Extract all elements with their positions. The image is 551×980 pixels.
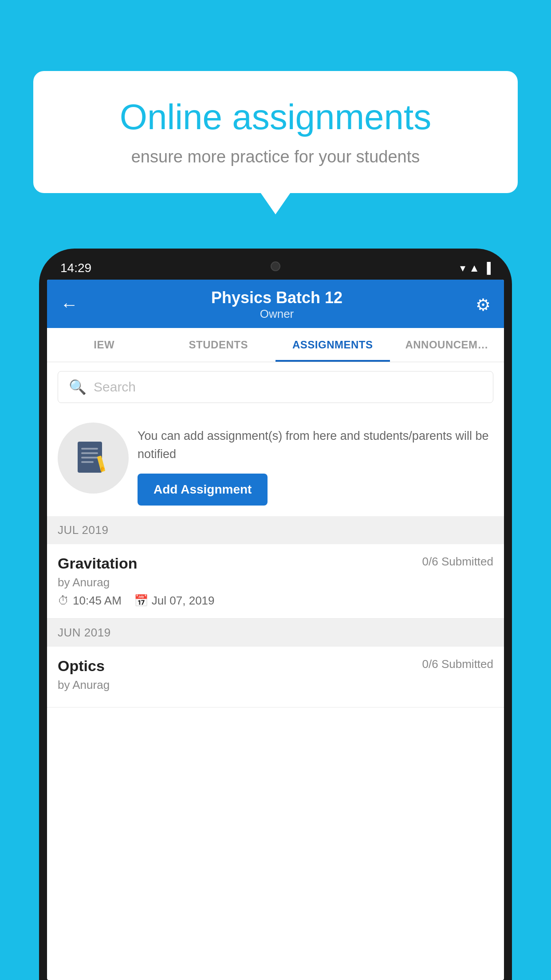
svg-rect-4 — [81, 461, 94, 463]
meta-time: ⏱ 10:45 AM — [58, 594, 122, 608]
app-header: ← Physics Batch 12 Owner ⚙ — [47, 280, 504, 328]
assignment-name-optics: Optics — [58, 657, 105, 675]
back-button[interactable]: ← — [60, 295, 78, 315]
section-header-jul: JUL 2019 — [47, 516, 504, 544]
tabs-container: IEW STUDENTS ASSIGNMENTS ANNOUNCEM… — [47, 328, 504, 362]
notebook-icon — [73, 438, 113, 478]
header-center: Physics Batch 12 Owner — [211, 288, 342, 321]
notebook-icon-wrapper — [58, 423, 129, 494]
clock-icon: ⏱ — [58, 594, 69, 608]
svg-rect-1 — [81, 448, 98, 450]
assignment-submitted: 0/6 Submitted — [422, 555, 493, 569]
search-placeholder: Search — [94, 379, 136, 395]
tab-announcements[interactable]: ANNOUNCEM… — [390, 328, 504, 362]
speech-bubble-subtitle: ensure more practice for your students — [64, 147, 487, 166]
status-time: 14:29 — [60, 261, 91, 275]
wifi-icon: ▾ — [460, 262, 465, 274]
assignment-meta: ⏱ 10:45 AM 📅 Jul 07, 2019 — [58, 594, 493, 608]
status-icons: ▾ ▲ ▐ — [460, 262, 491, 274]
phone-notch — [240, 257, 311, 276]
settings-icon[interactable]: ⚙ — [476, 295, 491, 315]
assignment-by: by Anurag — [58, 576, 493, 589]
speech-bubble-title: Online assignments — [64, 98, 487, 137]
info-description: You can add assignment(s) from here and … — [138, 427, 493, 463]
calendar-icon: 📅 — [134, 594, 148, 608]
meta-date: 📅 Jul 07, 2019 — [134, 594, 215, 608]
svg-rect-3 — [81, 457, 98, 458]
battery-icon: ▐ — [483, 262, 491, 274]
assignment-date: Jul 07, 2019 — [152, 594, 215, 608]
signal-icon: ▲ — [469, 262, 480, 274]
header-title: Physics Batch 12 — [211, 288, 342, 307]
add-assignment-button[interactable]: Add Assignment — [138, 474, 268, 506]
assignment-item-gravitation[interactable]: Gravitation 0/6 Submitted by Anurag ⏱ 10… — [47, 544, 504, 619]
info-text-area: You can add assignment(s) from here and … — [138, 423, 493, 506]
assignment-submitted-optics: 0/6 Submitted — [422, 657, 493, 671]
camera-dot — [271, 261, 280, 271]
search-container: 🔍 Search — [47, 362, 504, 412]
tab-students[interactable]: STUDENTS — [161, 328, 276, 362]
assignment-item-optics[interactable]: Optics 0/6 Submitted by Anurag — [47, 647, 504, 707]
phone-outer: 14:29 ▾ ▲ ▐ ← Physics Batch 12 Owner ⚙ — [39, 249, 512, 980]
section-header-jun: JUN 2019 — [47, 619, 504, 647]
assignment-name: Gravitation — [58, 555, 137, 572]
svg-rect-2 — [81, 452, 98, 454]
speech-bubble-container: Online assignments ensure more practice … — [33, 71, 518, 193]
phone-screen: ← Physics Batch 12 Owner ⚙ IEW STUDENTS … — [47, 280, 504, 980]
search-bar[interactable]: 🔍 Search — [58, 371, 493, 403]
assignment-by-optics: by Anurag — [58, 678, 493, 692]
assignment-top-row: Gravitation 0/6 Submitted — [58, 555, 493, 572]
phone-wrapper: 14:29 ▾ ▲ ▐ ← Physics Batch 12 Owner ⚙ — [39, 249, 512, 980]
assignment-top-row-optics: Optics 0/6 Submitted — [58, 657, 493, 675]
speech-bubble: Online assignments ensure more practice … — [33, 71, 518, 193]
tab-assignments[interactable]: ASSIGNMENTS — [276, 328, 390, 362]
search-icon: 🔍 — [69, 379, 87, 395]
status-bar: 14:29 ▾ ▲ ▐ — [47, 257, 504, 280]
header-subtitle: Owner — [211, 307, 342, 321]
tab-iew[interactable]: IEW — [47, 328, 161, 362]
info-card: You can add assignment(s) from here and … — [47, 412, 504, 516]
assignment-time: 10:45 AM — [73, 594, 122, 608]
